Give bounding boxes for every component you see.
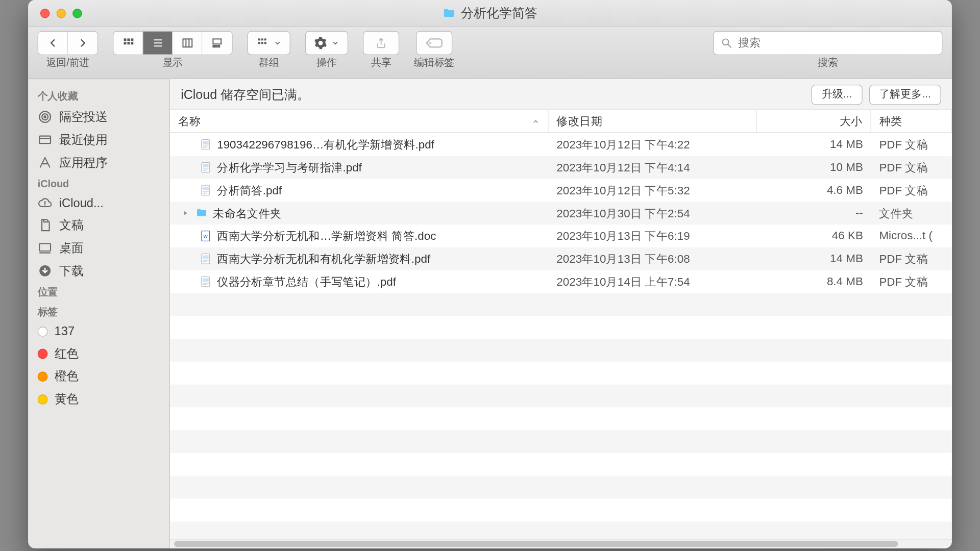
- upgrade-button[interactable]: 升级...: [812, 84, 862, 105]
- nav-label: 返回/前进: [46, 57, 90, 69]
- learn-more-button[interactable]: 了解更多...: [869, 84, 941, 105]
- window-title: 分析化学简答: [442, 5, 537, 22]
- svg-rect-40: [203, 164, 209, 167]
- file-icon: [200, 184, 212, 196]
- gear-icon: [314, 36, 327, 49]
- table-row: [170, 384, 952, 407]
- svg-line-24: [728, 44, 731, 47]
- table-row: [170, 475, 952, 498]
- file-icon: [200, 253, 212, 265]
- file-name: 西南大学分析无机和有机化学新增资料.pdf: [217, 251, 430, 266]
- group-button[interactable]: [248, 31, 290, 55]
- file-kind: 文件夹: [871, 202, 952, 224]
- forward-button[interactable]: [68, 32, 97, 55]
- sidebar-item-label: iCloud...: [59, 196, 104, 210]
- search-icon: [721, 37, 733, 49]
- sidebar-head-tags: 标签: [28, 302, 169, 321]
- svg-rect-38: [203, 147, 207, 148]
- sidebar-tag-item[interactable]: 橙色: [28, 365, 169, 388]
- search-field[interactable]: [713, 31, 942, 55]
- svg-rect-52: [203, 261, 207, 262]
- horizontal-scrollbar[interactable]: [170, 539, 952, 548]
- toolbar: 返回/前进 显示: [28, 27, 952, 80]
- file-size: 4.6 MB: [757, 179, 871, 202]
- finder-window: 分析化学简答 返回/前进: [28, 0, 952, 548]
- svg-rect-45: [203, 191, 209, 192]
- table-row[interactable]: 190342296798196…有机化学新增资料.pdf2023年10月12日 …: [170, 133, 952, 156]
- sidebar-item[interactable]: 下载: [28, 259, 169, 282]
- svg-rect-50: [203, 255, 209, 259]
- table-row[interactable]: 仪器分析章节总结（手写笔记）.pdf2023年10月14日 上午7:548.4 …: [170, 270, 952, 293]
- view-gallery-button[interactable]: [202, 32, 232, 55]
- table-row[interactable]: 未命名文件夹2023年10月30日 下午2:54--文件夹: [170, 202, 952, 224]
- sidebar-item[interactable]: 桌面: [28, 237, 169, 260]
- action-label: 操作: [316, 57, 337, 69]
- svg-point-22: [429, 42, 431, 44]
- window-title-text: 分析化学简答: [461, 5, 537, 22]
- table-row[interactable]: 分析化学学习与考研指津.pdf2023年10月12日 下午4:1410 MBPD…: [170, 156, 952, 179]
- table-row[interactable]: W西南大学分析无机和…学新增资料 简答.doc2023年10月13日 下午6:1…: [170, 224, 952, 247]
- close-button[interactable]: [40, 8, 50, 17]
- action-group: 操作: [305, 31, 348, 69]
- file-name: 分析化学学习与考研指津.pdf: [217, 160, 362, 175]
- file-size: 46 KB: [757, 224, 871, 247]
- file-rows: 190342296798196…有机化学新增资料.pdf2023年10月12日 …: [170, 133, 952, 539]
- table-row: [170, 430, 952, 453]
- sidebar-item-label: 橙色: [55, 368, 79, 385]
- svg-rect-36: [203, 141, 209, 144]
- action-button[interactable]: [305, 31, 348, 55]
- minimize-button[interactable]: [57, 8, 66, 17]
- sidebar-icon: [38, 110, 53, 124]
- window-controls: [28, 8, 82, 17]
- svg-point-23: [723, 39, 729, 45]
- disclosure-triangle-icon[interactable]: [182, 210, 190, 216]
- back-button[interactable]: [38, 32, 68, 55]
- svg-rect-54: [203, 278, 209, 282]
- table-row[interactable]: 西南大学分析无机和有机化学新增资料.pdf2023年10月13日 下午6:081…: [170, 247, 952, 270]
- sidebar-item[interactable]: 隔空投送: [28, 106, 169, 129]
- tags-group: 编辑标签: [414, 31, 454, 69]
- file-date: 2023年10月14日 上午7:54: [549, 270, 757, 293]
- file-icon: [200, 138, 212, 151]
- file-kind: PDF 文稿: [871, 179, 952, 202]
- table-row: [170, 362, 952, 385]
- view-column-button[interactable]: [173, 32, 202, 55]
- svg-rect-28: [39, 136, 51, 143]
- table-row[interactable]: 分析简答.pdf2023年10月12日 下午5:324.6 MBPDF 文稿: [170, 179, 952, 202]
- file-date: 2023年10月12日 下午4:14: [549, 156, 757, 179]
- column-name[interactable]: 名称: [170, 110, 548, 132]
- sidebar-tag-item[interactable]: 黄色: [28, 388, 169, 411]
- svg-text:W: W: [204, 234, 208, 239]
- column-kind[interactable]: 种类: [871, 110, 952, 132]
- column-date[interactable]: 修改日期: [549, 110, 757, 132]
- sidebar-item[interactable]: 应用程序: [28, 151, 169, 174]
- view-list-button[interactable]: [143, 32, 173, 55]
- zoom-button[interactable]: [72, 8, 82, 17]
- column-size[interactable]: 大小: [757, 110, 871, 132]
- svg-rect-41: [203, 168, 209, 169]
- sidebar-tag-item[interactable]: 红色: [28, 342, 169, 365]
- banner-text: iCloud 储存空间已满。: [181, 86, 310, 103]
- file-kind: PDF 文稿: [871, 270, 952, 293]
- table-row: [170, 293, 952, 316]
- svg-rect-46: [203, 193, 207, 194]
- svg-rect-14: [215, 45, 217, 47]
- sidebar-item[interactable]: 最近使用: [28, 129, 169, 152]
- share-icon: [375, 36, 387, 49]
- svg-rect-13: [213, 45, 214, 47]
- sidebar-item-label: 文稿: [59, 217, 83, 233]
- search-input[interactable]: [738, 36, 935, 49]
- sidebar-item[interactable]: 文稿: [28, 214, 169, 237]
- share-button[interactable]: [363, 31, 399, 55]
- svg-rect-20: [261, 42, 263, 44]
- file-name: 190342296798196…有机化学新增资料.pdf: [217, 137, 434, 152]
- edit-tags-button[interactable]: [416, 31, 452, 55]
- sidebar-item-label: 最近使用: [59, 132, 108, 148]
- sidebar-tag-item[interactable]: 137: [28, 321, 169, 342]
- scroll-thumb[interactable]: [174, 541, 898, 547]
- view-icon-button[interactable]: [113, 32, 143, 55]
- file-size: --: [757, 202, 871, 224]
- sidebar-item[interactable]: iCloud...: [28, 192, 169, 214]
- file-date: 2023年10月13日 下午6:19: [549, 224, 757, 247]
- view-group: 显示: [113, 31, 232, 69]
